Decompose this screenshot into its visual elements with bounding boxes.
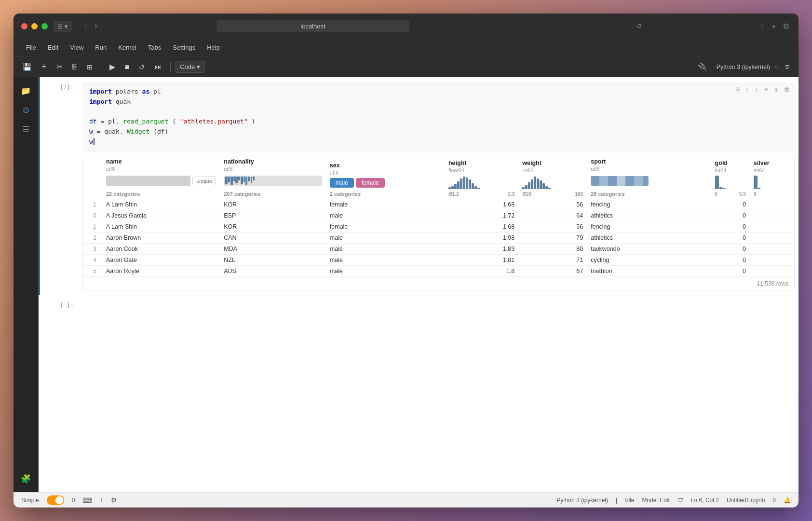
cell-weight: 71 — [518, 254, 587, 265]
code-editor-1[interactable]: ⎘ ↑ ↓ ⊕ ⇅ 🗑 import polars as pl — [82, 82, 795, 152]
address-bar[interactable]: localhost — [217, 20, 409, 32]
puzzle-piece-icon: 🧩 — [21, 474, 31, 484]
row-index: 1 — [83, 199, 102, 210]
menu-help[interactable]: Help — [202, 42, 225, 53]
sidebar-item-running[interactable]: ⊙ — [18, 102, 34, 118]
menu-kernel[interactable]: Kernel — [113, 42, 141, 53]
cell-nationality: NZL — [220, 254, 326, 265]
keyword-import-2: import — [89, 98, 112, 105]
cell-name: Aaron Gate — [102, 254, 220, 265]
save-button[interactable]: 💾 — [19, 60, 35, 74]
col-sex-header: sex utf8 male female 2 categories — [326, 156, 445, 199]
cell-silver — [750, 243, 794, 254]
empty-execution-count: [ ]: — [60, 302, 74, 309]
tabs-overview-button[interactable]: ⧉ — [782, 20, 791, 32]
male-pill[interactable]: male — [330, 178, 354, 188]
copy-cell-icon[interactable]: ⎘ — [735, 84, 741, 96]
sidebar-item-toc[interactable]: ☰ — [18, 122, 34, 137]
cell-weight: 67 — [518, 265, 587, 276]
paste-button[interactable]: ⊞ — [83, 61, 96, 73]
forward-button[interactable]: › — [92, 20, 100, 32]
cell-type-dropdown[interactable]: Code ▾ — [176, 61, 204, 73]
cell-height: 1.72 — [445, 210, 518, 221]
table-row: 4 Aaron Gate NZL male 1.81 71 cycling 0 — [83, 254, 794, 265]
empty-cell-input[interactable] — [82, 303, 795, 314]
col-silver-header: silver int64 0 — [750, 156, 794, 199]
delete-cell-icon[interactable]: 🗑 — [783, 84, 791, 96]
reload-button[interactable]: ↺ — [636, 22, 642, 30]
settings-icon[interactable]: ⚙ — [111, 496, 117, 504]
height-max: 2.3 — [508, 192, 514, 197]
sidebar-toggle-button[interactable]: ⊞ ▾ — [54, 21, 72, 32]
table-row: 1 A Lam Shin KOR female 1.68 56 fencing … — [83, 221, 794, 232]
col-height-type: float64 — [448, 167, 514, 173]
move-down-icon[interactable]: ↓ — [754, 84, 760, 96]
menu-view[interactable]: View — [65, 42, 88, 53]
column-names-row: name utf8 unique 22 categories — [83, 156, 794, 199]
save-icon: 💾 — [23, 63, 32, 71]
restart-icon: ↺ — [139, 63, 145, 71]
table-row: 3 Aaron Cook MDA male 1.83 80 taekwondo … — [83, 243, 794, 254]
add-cell-button[interactable]: + — [38, 59, 50, 74]
menu-dots-icon: ≡ — [785, 63, 789, 71]
cell-gold: 0 — [711, 254, 750, 265]
traffic-lights — [21, 23, 48, 29]
height-range: Ø1.2 2.3 — [448, 192, 514, 197]
col-sport-label: sport — [591, 158, 707, 165]
sidebar-item-extensions[interactable]: 🧩 — [18, 471, 34, 486]
separator: | — [616, 497, 617, 504]
mode-toggle[interactable] — [47, 495, 64, 505]
female-pill[interactable]: female — [356, 178, 385, 188]
menu-run[interactable]: Run — [90, 42, 111, 53]
menu-edit[interactable]: Edit — [43, 42, 63, 53]
cell-height: 1.68 — [445, 199, 518, 210]
cell-sex: male — [326, 265, 445, 276]
cell-sport: fencing — [587, 221, 711, 232]
col-nationality-label: nationality — [224, 158, 322, 165]
list-icon: ☰ — [22, 124, 29, 135]
add-below-icon[interactable]: ⊕ — [763, 84, 769, 96]
cell-gold: 0 — [711, 232, 750, 243]
back-button[interactable]: ‹ — [81, 20, 90, 32]
share-button[interactable]: ↑ — [758, 20, 766, 32]
minimize-button[interactable] — [31, 23, 38, 29]
toolbar: 💾 + ✂ ⎘ ⊞ ▶ ■ ↺ ⏭ Code ▾ — [14, 56, 798, 77]
cell-name: Aaron Cook — [102, 243, 220, 254]
mirror-icon[interactable]: ⇅ — [773, 84, 779, 96]
empty-cell-body[interactable] — [82, 300, 795, 317]
row-index: 0 — [83, 210, 102, 221]
move-up-icon[interactable]: ↑ — [744, 84, 750, 96]
cell-content-1[interactable]: ⎘ ↑ ↓ ⊕ ⇅ 🗑 import polars as pl — [79, 80, 798, 292]
maximize-button[interactable] — [41, 23, 48, 29]
col-gold-header: gold int64 — [711, 156, 750, 199]
sport-filter-bar — [591, 176, 649, 186]
close-button[interactable] — [21, 23, 27, 29]
new-tab-button[interactable]: + — [770, 20, 778, 32]
copy-button[interactable]: ⎘ — [69, 60, 81, 74]
bell-icon[interactable]: 🔔 — [784, 497, 791, 504]
col-sport-type: utf8 — [591, 166, 707, 172]
empty-cell-content[interactable] — [79, 298, 798, 319]
cell-sex: female — [326, 199, 445, 210]
code-paren-1: ( — [172, 118, 176, 125]
sidebar-item-files[interactable]: 📁 — [18, 83, 34, 98]
restart-run-button[interactable]: ⏭ — [151, 60, 165, 74]
cell-name: A Lam Shin — [102, 199, 220, 210]
stop-button[interactable]: ■ — [122, 60, 133, 74]
table-header: name utf8 unique 22 categories — [83, 156, 794, 199]
var-w: w — [89, 128, 93, 135]
menu-tabs[interactable]: Tabs — [143, 42, 166, 53]
status-label: Idle — [625, 497, 634, 504]
menu-settings[interactable]: Settings — [168, 42, 200, 53]
data-table: name utf8 unique 22 categories — [83, 156, 794, 277]
notebook-area: [2]: ⎘ ↑ ↓ ⊕ ⇅ 🗑 import — [39, 77, 798, 492]
fn-widget: Widget — [127, 128, 149, 135]
run-button[interactable]: ▶ — [106, 60, 119, 74]
extension-button[interactable]: 🔌 — [694, 60, 711, 74]
restart-button[interactable]: ↺ — [135, 61, 148, 73]
col-sport-header: sport utf8 28 categories — [587, 156, 711, 199]
kernel-menu-button[interactable]: ≡ — [782, 60, 793, 74]
cut-button[interactable]: ✂ — [53, 60, 66, 74]
menu-file[interactable]: File — [21, 42, 41, 53]
name-unique-btn[interactable]: unique — [192, 177, 216, 185]
